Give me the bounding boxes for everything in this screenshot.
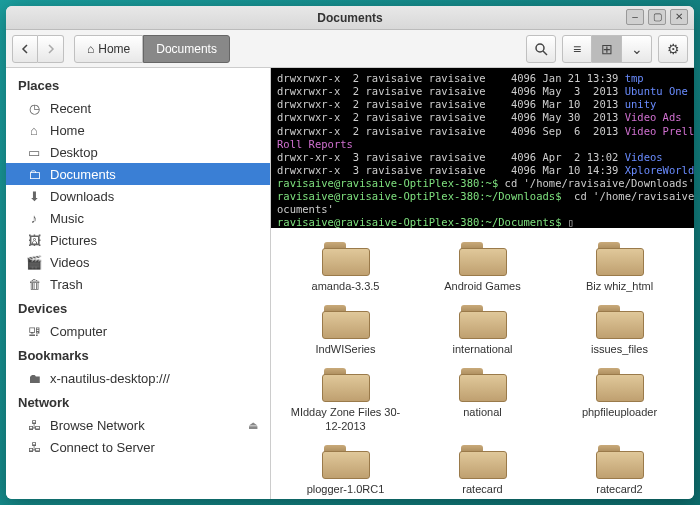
sidebar-item-icon: 🖧 [26, 440, 42, 455]
grid-icon: ⊞ [601, 41, 613, 57]
maximize-button[interactable]: ▢ [648, 9, 666, 25]
folder-icon [320, 364, 372, 404]
settings-button[interactable]: ⚙ [658, 35, 688, 63]
file-item[interactable]: international [416, 299, 549, 358]
sidebar-item-icon: 🖳 [26, 324, 42, 339]
file-item[interactable]: ratecard [416, 439, 549, 498]
sidebar-item-icon: ◷ [26, 101, 42, 116]
sidebar-item-label: Pictures [50, 233, 97, 248]
file-item[interactable]: ratecard2 [553, 439, 686, 498]
folder-icon [457, 441, 509, 481]
home-icon: ⌂ [87, 42, 94, 56]
file-item[interactable]: issues_files [553, 299, 686, 358]
titlebar[interactable]: Documents – ▢ ✕ [6, 6, 694, 30]
sidebar-item-icon: 🖼 [26, 233, 42, 248]
sidebar-item-icon: ♪ [26, 211, 42, 226]
path-home[interactable]: ⌂ Home [74, 35, 143, 63]
eject-icon[interactable]: ⏏ [248, 419, 258, 432]
sidebar-item-browse-network[interactable]: 🖧Browse Network⏏ [6, 414, 270, 436]
sidebar-item-pictures[interactable]: 🖼Pictures [6, 229, 270, 251]
sidebar-item-downloads[interactable]: ⬇Downloads [6, 185, 270, 207]
file-label: ratecard [462, 483, 502, 496]
folder-icon [594, 364, 646, 404]
file-label: IndWISeries [316, 343, 376, 356]
sidebar-item-videos[interactable]: 🎬Videos [6, 251, 270, 273]
file-item[interactable]: phpfileuploader [553, 362, 686, 434]
file-item[interactable]: national [416, 362, 549, 434]
file-label: Biz whiz_html [586, 280, 653, 293]
file-item[interactable]: IndWISeries [279, 299, 412, 358]
sidebar-item-icon: ⬇ [26, 189, 42, 204]
sidebar-item-label: Desktop [50, 145, 98, 160]
search-icon [534, 42, 548, 56]
sidebar-item-label: Home [50, 123, 85, 138]
toolbar: ⌂ Home Documents ≡ ⊞ ⌄ ⚙ [6, 30, 694, 68]
sidebar-item-music[interactable]: ♪Music [6, 207, 270, 229]
sidebar-item-label: Browse Network [50, 418, 145, 433]
file-label: Android Games [444, 280, 520, 293]
view-grid-button[interactable]: ⊞ [592, 35, 622, 63]
file-item[interactable]: MIdday Zone Files 30-12-2013 [279, 362, 412, 434]
file-label: national [463, 406, 502, 419]
sidebar-item-label: Computer [50, 324, 107, 339]
main-pane: drwxrwxr-x 2 ravisaive ravisaive 4096 Ja… [271, 68, 694, 499]
window-controls: – ▢ ✕ [626, 9, 688, 25]
nav-group [12, 35, 64, 63]
path-home-label: Home [98, 42, 130, 56]
sidebar: Places ◷Recent⌂Home▭Desktop🗀Documents⬇Do… [6, 68, 271, 499]
file-item[interactable]: plogger-1.0RC1 [279, 439, 412, 498]
sidebar-item-label: Connect to Server [50, 440, 155, 455]
sidebar-item-icon: 🖿 [26, 371, 42, 386]
sidebar-item-desktop[interactable]: ▭Desktop [6, 141, 270, 163]
window-title: Documents [317, 11, 382, 25]
folder-icon [457, 301, 509, 341]
sidebar-item-icon: 🖧 [26, 418, 42, 433]
sidebar-item-label: Videos [50, 255, 90, 270]
path-current-label: Documents [156, 42, 217, 56]
search-button[interactable] [526, 35, 556, 63]
file-item[interactable]: Android Games [416, 236, 549, 295]
gear-icon: ⚙ [667, 41, 680, 57]
path-bar: ⌂ Home Documents [74, 35, 230, 63]
folder-icon [594, 238, 646, 278]
sidebar-item-x-nautilus-desktop-[interactable]: 🖿x-nautilus-desktop:/// [6, 367, 270, 389]
sidebar-item-icon: 🗑 [26, 277, 42, 292]
folder-icon [320, 301, 372, 341]
path-current[interactable]: Documents [143, 35, 230, 63]
bookmarks-header: Bookmarks [6, 342, 270, 367]
sidebar-item-label: Music [50, 211, 84, 226]
file-label: issues_files [591, 343, 648, 356]
terminal-pane[interactable]: drwxrwxr-x 2 ravisaive ravisaive 4096 Ja… [271, 68, 694, 228]
file-label: phpfileuploader [582, 406, 657, 419]
devices-header: Devices [6, 295, 270, 320]
view-dropdown-button[interactable]: ⌄ [622, 35, 652, 63]
sidebar-item-documents[interactable]: 🗀Documents [6, 163, 270, 185]
folder-icon [457, 364, 509, 404]
file-item[interactable]: Biz whiz_html [553, 236, 686, 295]
sidebar-item-home[interactable]: ⌂Home [6, 119, 270, 141]
sidebar-item-label: x-nautilus-desktop:/// [50, 371, 170, 386]
svg-point-0 [536, 44, 544, 52]
list-icon: ≡ [573, 41, 581, 57]
file-label: MIdday Zone Files 30-12-2013 [286, 406, 406, 432]
sidebar-item-label: Downloads [50, 189, 114, 204]
minimize-button[interactable]: – [626, 9, 644, 25]
sidebar-item-trash[interactable]: 🗑Trash [6, 273, 270, 295]
back-button[interactable] [12, 35, 38, 63]
sidebar-item-icon: ▭ [26, 145, 42, 160]
sidebar-item-recent[interactable]: ◷Recent [6, 97, 270, 119]
svg-line-1 [543, 51, 547, 55]
sidebar-item-icon: 🎬 [26, 255, 42, 270]
close-button[interactable]: ✕ [670, 9, 688, 25]
folder-icon [457, 238, 509, 278]
forward-button[interactable] [38, 35, 64, 63]
files-grid[interactable]: amanda-3.3.5Android GamesBiz whiz_htmlIn… [271, 228, 694, 499]
folder-icon [320, 238, 372, 278]
view-list-button[interactable]: ≡ [562, 35, 592, 63]
file-item[interactable]: amanda-3.3.5 [279, 236, 412, 295]
sidebar-item-connect-to-server[interactable]: 🖧Connect to Server [6, 436, 270, 458]
sidebar-item-label: Documents [50, 167, 116, 182]
file-label: amanda-3.3.5 [312, 280, 380, 293]
places-header: Places [6, 72, 270, 97]
sidebar-item-computer[interactable]: 🖳Computer [6, 320, 270, 342]
